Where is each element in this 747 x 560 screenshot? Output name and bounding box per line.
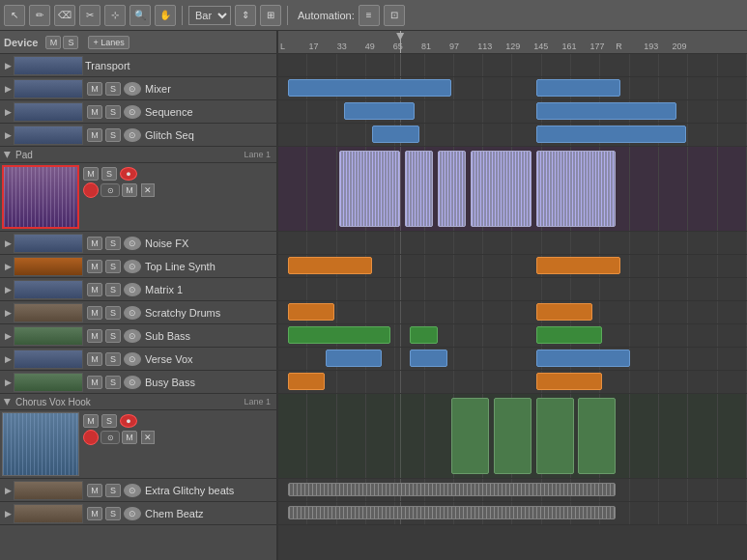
top-synth-s-btn[interactable]: S: [105, 260, 121, 273]
busy-bass-m-btn[interactable]: M: [87, 376, 102, 389]
track-arrow-chem-beatz[interactable]: ▶: [2, 508, 14, 519]
matrix-1-fx-btn[interactable]: ⊙: [124, 283, 141, 296]
track-arrow-matrix-1[interactable]: ▶: [2, 284, 14, 295]
toolbar-btn-pointer[interactable]: ↖: [4, 5, 25, 26]
chem-beatz-fx-btn[interactable]: ⊙: [124, 507, 141, 520]
toolbar-btn-select[interactable]: ⊹: [104, 5, 126, 26]
clip-chem-beatz[interactable]: [288, 506, 617, 519]
global-m-btn[interactable]: M: [45, 36, 61, 49]
chorus-x-btn[interactable]: ✕: [141, 431, 155, 444]
clip-scratchy-1[interactable]: [288, 303, 335, 321]
toolbar-btn-arrow[interactable]: ⇕: [235, 5, 256, 26]
scratchy-drums-s-btn[interactable]: S: [105, 306, 121, 320]
mixer-fx-btn[interactable]: ⊙: [124, 82, 141, 96]
chorus-m2-btn[interactable]: M: [122, 431, 137, 444]
sub-bass-m-btn[interactable]: M: [87, 329, 102, 343]
chorus-m-btn[interactable]: M: [83, 414, 99, 428]
mixer-m-btn[interactable]: M: [87, 82, 102, 96]
busy-bass-s-btn[interactable]: S: [105, 376, 121, 389]
clip-chorus-3[interactable]: [536, 398, 574, 474]
pad-m-btn[interactable]: M: [83, 167, 99, 181]
track-arrow-pad[interactable]: ▶: [2, 149, 14, 160]
track-arrow-extra-glitchy[interactable]: ▶: [2, 485, 14, 496]
clip-subbass-1[interactable]: [288, 326, 391, 344]
clip-sequence-2[interactable]: [536, 102, 677, 120]
chorus-knob[interactable]: ⊙: [101, 431, 120, 444]
toolbar-btn-pencil[interactable]: ✏: [29, 5, 50, 26]
clip-sequence-1[interactable]: [344, 102, 415, 120]
glitch-seq-fx-btn[interactable]: ⊙: [124, 128, 141, 142]
pad-s-btn[interactable]: S: [101, 167, 117, 181]
glitch-seq-m-btn[interactable]: M: [87, 128, 102, 142]
chorus-rec-circle[interactable]: [83, 430, 99, 445]
add-lanes-btn[interactable]: + Lanes: [88, 36, 129, 49]
glitch-seq-s-btn[interactable]: S: [105, 128, 121, 142]
pad-m2-btn[interactable]: M: [122, 183, 137, 197]
clip-topsynth-2[interactable]: [536, 257, 620, 274]
extra-glitchy-m-btn[interactable]: M: [87, 484, 102, 497]
clip-busybass-2[interactable]: [536, 373, 602, 390]
scratchy-drums-fx-btn[interactable]: ⊙: [124, 306, 141, 320]
sub-bass-fx-btn[interactable]: ⊙: [124, 329, 141, 343]
noise-fx-fx-btn[interactable]: ⊙: [124, 237, 141, 250]
track-arrow-chorus[interactable]: ▶: [2, 396, 14, 407]
scratchy-drums-m-btn[interactable]: M: [87, 306, 102, 320]
clip-versevox-1[interactable]: [326, 350, 382, 367]
clip-pad-1[interactable]: [339, 151, 400, 227]
clip-subbass-3[interactable]: [536, 326, 602, 344]
clip-pad-3[interactable]: [438, 151, 466, 227]
top-synth-m-btn[interactable]: M: [87, 260, 102, 273]
track-arrow-glitch-seq[interactable]: ▶: [2, 129, 14, 141]
extra-glitchy-fx-btn[interactable]: ⊙: [124, 484, 141, 497]
top-synth-fx-btn[interactable]: ⊙: [124, 260, 141, 273]
sub-bass-s-btn[interactable]: S: [105, 329, 121, 343]
chorus-s-btn[interactable]: S: [101, 414, 117, 428]
toolbar-btn-pan[interactable]: ✋: [155, 5, 176, 26]
track-arrow-sequence[interactable]: ▶: [2, 106, 14, 118]
track-arrow-sub-bass[interactable]: ▶: [2, 330, 14, 342]
clip-pad-5[interactable]: [536, 151, 616, 227]
clip-chorus-1[interactable]: [451, 398, 489, 474]
automation-btn[interactable]: ≡: [359, 5, 380, 26]
clip-extra-glitchy[interactable]: [288, 483, 617, 496]
pad-x-btn[interactable]: ✕: [141, 183, 155, 197]
verse-vox-fx-btn[interactable]: ⊙: [124, 352, 141, 366]
toolbar-btn-extra[interactable]: ⊡: [384, 5, 405, 26]
global-s-btn[interactable]: S: [63, 36, 78, 49]
noise-fx-m-btn[interactable]: M: [87, 237, 102, 250]
clip-scratchy-2[interactable]: [536, 303, 592, 321]
verse-vox-m-btn[interactable]: M: [87, 352, 102, 366]
clip-mixer-1[interactable]: [288, 79, 452, 97]
clip-glitch-2[interactable]: [536, 126, 686, 143]
clip-chorus-2[interactable]: [494, 398, 532, 474]
chorus-rec-btn[interactable]: ●: [120, 414, 137, 428]
clip-glitch-1[interactable]: [372, 126, 419, 143]
pad-rec-circle[interactable]: [83, 182, 99, 198]
mixer-s-btn[interactable]: S: [105, 82, 121, 96]
track-arrow-busy-bass[interactable]: ▶: [2, 377, 14, 388]
clip-pad-2[interactable]: [405, 151, 433, 227]
busy-bass-fx-btn[interactable]: ⊙: [124, 376, 141, 389]
clip-versevox-3[interactable]: [536, 350, 630, 367]
chem-beatz-s-btn[interactable]: S: [105, 507, 121, 520]
track-arrow-scratchy-drums[interactable]: ▶: [2, 307, 14, 319]
clip-chorus-4[interactable]: [578, 398, 616, 474]
matrix-1-m-btn[interactable]: M: [87, 283, 102, 296]
track-arrow-mixer[interactable]: ▶: [2, 83, 14, 95]
clip-pad-4[interactable]: [471, 151, 532, 227]
clip-versevox-2[interactable]: [410, 350, 447, 367]
clip-mixer-2[interactable]: [536, 79, 620, 97]
track-arrow-transport[interactable]: ▶: [2, 60, 14, 71]
track-arrow-verse-vox[interactable]: ▶: [2, 353, 14, 365]
clip-topsynth-1[interactable]: [288, 257, 372, 274]
sequence-fx-btn[interactable]: ⊙: [124, 105, 141, 119]
track-arrow-top-line-synth[interactable]: ▶: [2, 261, 14, 272]
toolbar-btn-grid[interactable]: ⊞: [260, 5, 281, 26]
sequence-s-btn[interactable]: S: [105, 105, 121, 119]
clip-busybass-1[interactable]: [288, 373, 326, 390]
verse-vox-s-btn[interactable]: S: [105, 352, 121, 366]
toolbar-btn-eraser[interactable]: ⌫: [54, 5, 75, 26]
pad-knob[interactable]: ⊙: [101, 183, 120, 197]
toolbar-btn-zoom[interactable]: 🔍: [129, 5, 151, 26]
extra-glitchy-s-btn[interactable]: S: [105, 484, 121, 497]
